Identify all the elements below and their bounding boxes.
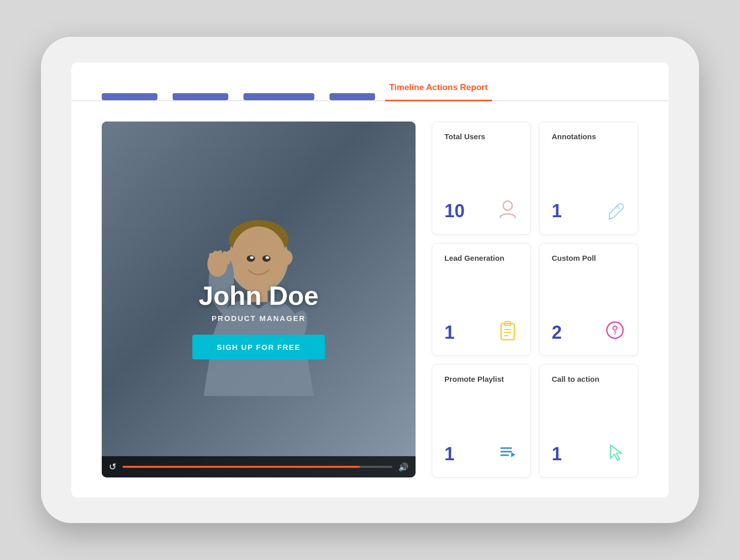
pencil-icon — [604, 198, 626, 224]
svg-point-14 — [250, 256, 254, 259]
stat-value-annotations: 1 — [552, 201, 562, 222]
stat-bottom-annotations: 1 — [552, 198, 626, 224]
playlist-icon — [497, 441, 518, 467]
stat-bottom-call-to-action: 1 — [552, 441, 626, 467]
stat-bottom-promote-playlist: 1 — [444, 441, 518, 467]
stat-card-annotations: Annotations 1 — [539, 122, 638, 235]
progress-bar[interactable] — [122, 466, 392, 468]
tab-timeline-actions-report[interactable]: Timeline Actions Report — [385, 83, 492, 101]
tab-placeholder-4[interactable] — [330, 93, 375, 100]
video-player: John Doe Product Manager SIGH UP FOR FRE… — [102, 122, 416, 477]
stat-value-call-to-action: 1 — [552, 444, 562, 465]
stat-label-lead-generation: Lead Generation — [444, 254, 518, 262]
device-frame: Timeline Actions Report — [41, 37, 699, 523]
svg-marker-30 — [511, 452, 515, 457]
poll-icon: ? — [604, 319, 626, 345]
stat-label-promote-playlist: Promote Playlist — [444, 375, 518, 383]
svg-text:?: ? — [613, 331, 616, 336]
stat-label-call-to-action: Call to action — [552, 375, 626, 383]
cursor-icon — [604, 441, 626, 467]
stat-card-lead-generation: Lead Generation 1 — [432, 243, 531, 356]
stat-card-call-to-action: Call to action 1 — [539, 364, 638, 477]
svg-point-25 — [613, 326, 617, 330]
svg-point-15 — [266, 256, 269, 259]
person-icon — [497, 198, 518, 224]
replay-button[interactable]: ↺ — [109, 461, 116, 472]
video-background: John Doe Product Manager SIGH UP FOR FRE… — [102, 122, 416, 477]
stat-bottom-custom-poll: 2 ? — [552, 319, 626, 345]
video-overlay: John Doe Product Manager SIGH UP FOR FRE… — [192, 281, 324, 359]
stat-value-promote-playlist: 1 — [444, 444, 455, 465]
svg-rect-10 — [223, 251, 226, 261]
tab-placeholder-3[interactable] — [243, 93, 314, 100]
svg-rect-9 — [218, 250, 222, 261]
stat-bottom-lead-generation: 1 — [444, 319, 518, 345]
person-title: Product Manager — [192, 314, 324, 323]
clipboard-icon — [497, 319, 518, 345]
person-name: John Doe — [192, 281, 324, 311]
stat-label-annotations: Annotations — [552, 132, 626, 141]
tab-placeholder-2[interactable] — [173, 93, 228, 100]
stat-label-custom-poll: Custom Poll — [552, 254, 626, 262]
progress-fill — [122, 466, 360, 468]
svg-rect-11 — [227, 256, 230, 264]
stat-value-total-users: 10 — [444, 201, 465, 222]
screen: Timeline Actions Report — [71, 62, 669, 498]
stat-label-total-users: Total Users — [444, 132, 518, 141]
svg-rect-7 — [209, 253, 213, 263]
svg-line-17 — [616, 206, 620, 209]
stat-bottom-total-users: 10 — [444, 198, 518, 224]
stat-value-lead-generation: 1 — [444, 322, 455, 343]
tab-placeholder-1[interactable] — [102, 93, 157, 100]
volume-button[interactable]: 🔊 — [398, 462, 408, 472]
cta-button[interactable]: SIGH UP FOR FREE — [192, 335, 324, 359]
video-controls: ↺ 🔊 — [102, 456, 416, 477]
stat-card-custom-poll: Custom Poll 2 ? — [539, 243, 638, 356]
tab-bar: Timeline Actions Report — [71, 62, 669, 101]
stat-value-custom-poll: 2 — [552, 322, 562, 343]
content-area: John Doe Product Manager SIGH UP FOR FRE… — [71, 101, 669, 498]
stats-grid: Total Users 10 Annotations — [432, 122, 638, 477]
svg-rect-8 — [214, 251, 217, 262]
svg-point-2 — [231, 226, 286, 289]
stat-card-total-users: Total Users 10 — [432, 122, 531, 235]
svg-point-16 — [503, 201, 512, 210]
stat-card-promote-playlist: Promote Playlist 1 — [432, 364, 531, 477]
svg-point-4 — [281, 250, 293, 265]
